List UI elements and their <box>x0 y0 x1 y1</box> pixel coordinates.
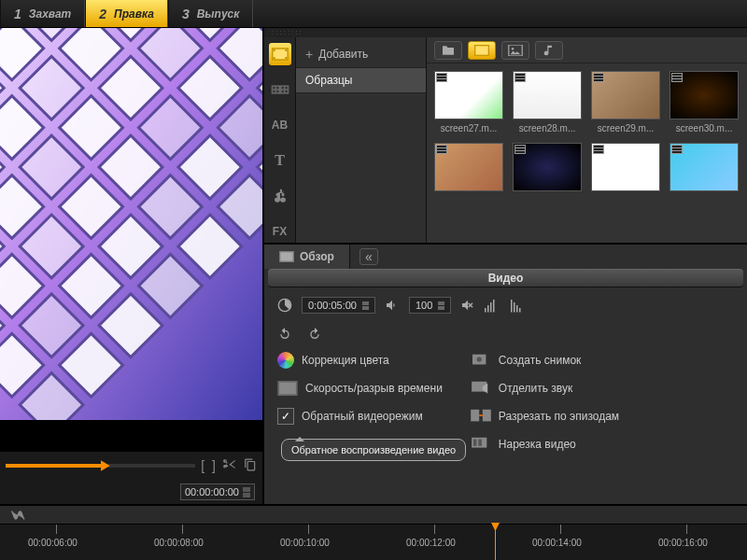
option-2[interactable]: ✓Обратный видеорежим <box>277 407 443 426</box>
option-r-3[interactable]: Нарезка видео <box>471 435 619 454</box>
svg-rect-72 <box>487 305 489 313</box>
svg-rect-63 <box>285 91 287 92</box>
thumbnail[interactable] <box>513 143 582 195</box>
tooltip: Обратное воспроизведение видео <box>281 439 466 461</box>
timeline-ruler[interactable]: 00:00:06:0000:00:08:0000:00:10:0000:00:1… <box>0 525 747 560</box>
thumbnail[interactable]: screen29.m... <box>591 71 660 133</box>
timeline-tick: 00:00:12:00 <box>434 525 456 560</box>
rotate-left-icon[interactable] <box>277 325 296 342</box>
svg-rect-69 <box>280 252 292 260</box>
timeline-icon <box>9 509 28 522</box>
filter-image-icon[interactable] <box>501 41 529 60</box>
library-fx-icon[interactable]: FX <box>269 220 291 243</box>
top-tab-bar: 1 Захват 2 Правка 3 Выпуск <box>0 0 747 28</box>
expand-panel-icon[interactable]: « <box>359 248 378 265</box>
thumbnail[interactable] <box>591 143 660 195</box>
svg-rect-59 <box>276 91 278 92</box>
tab-edit[interactable]: 2 Правка <box>85 0 168 27</box>
copy-icon[interactable] <box>244 458 257 473</box>
svg-rect-77 <box>516 305 518 313</box>
library-title-icon[interactable]: AB <box>269 114 291 136</box>
mute-icon[interactable] <box>460 298 475 313</box>
svg-rect-74 <box>493 300 495 313</box>
svg-rect-71 <box>485 308 486 313</box>
timeline-tick: 00:00:16:00 <box>686 525 708 560</box>
panel-tab-overview[interactable]: Обзор <box>264 245 350 269</box>
pane-grip[interactable]: :::::::: <box>264 28 747 37</box>
tab-export[interactable]: 3 Выпуск <box>168 0 253 27</box>
svg-rect-65 <box>475 46 487 54</box>
mark-out-icon[interactable]: ] <box>212 458 216 473</box>
thumbnail[interactable] <box>669 143 739 195</box>
tree-add[interactable]: + Добавить <box>296 41 426 68</box>
clock-icon <box>277 298 292 313</box>
timeline: 00:00:06:0000:00:08:0000:00:10:0000:00:1… <box>0 504 747 560</box>
timeline-tick: 00:00:08:00 <box>182 525 204 560</box>
preview-viewport[interactable] <box>0 28 262 452</box>
preview-timecode[interactable]: 00:00:00:00 <box>180 483 255 500</box>
filter-folder-icon[interactable] <box>434 41 462 60</box>
svg-rect-61 <box>285 87 287 89</box>
scrub-bar[interactable] <box>6 464 195 468</box>
option-0[interactable]: Коррекция цвета <box>277 351 443 370</box>
option-r-0[interactable]: Создать снимок <box>471 351 619 370</box>
timeline-tick: 00:00:14:00 <box>560 525 582 560</box>
panel-title: Видео <box>268 269 743 287</box>
svg-rect-56 <box>273 87 275 89</box>
svg-rect-62 <box>281 91 283 92</box>
mark-in-icon[interactable]: [ <box>201 458 204 473</box>
svg-rect-73 <box>490 302 492 313</box>
transport-bar: [ ] <box>0 452 262 480</box>
timeline-tick: 00:00:10:00 <box>308 525 330 560</box>
svg-rect-78 <box>519 308 521 313</box>
option-1[interactable]: Скорость/разрыв времени <box>277 379 443 398</box>
speaker-icon[interactable] <box>385 298 400 313</box>
library-graphic-icon[interactable] <box>269 185 291 207</box>
volume-input[interactable]: 100 <box>409 297 451 314</box>
svg-rect-58 <box>273 91 275 92</box>
svg-rect-57 <box>276 87 278 89</box>
library-filter-bar <box>427 37 747 63</box>
option-r-1[interactable]: Отделить звук <box>471 379 619 398</box>
library-text-icon[interactable]: T <box>269 149 291 172</box>
svg-rect-85 <box>483 410 491 422</box>
preview-pane: [ ] 00:00:00:00 <box>0 28 264 504</box>
plus-icon: + <box>305 47 313 62</box>
filter-audio-icon[interactable] <box>535 41 563 60</box>
library-category-strip: AB T FX <box>264 37 296 243</box>
overview-icon <box>279 251 294 262</box>
tab-capture[interactable]: 1 Захват <box>0 0 85 27</box>
svg-rect-55 <box>271 85 289 93</box>
thumbnail[interactable]: screen30.m... <box>669 71 739 133</box>
library-media-icon[interactable] <box>269 43 291 65</box>
svg-rect-84 <box>471 410 479 422</box>
library-transition-icon[interactable] <box>269 78 291 101</box>
filter-video-icon[interactable] <box>468 41 496 60</box>
svg-rect-52 <box>285 49 287 51</box>
timeline-tick: 00:00:06:00 <box>56 525 78 560</box>
option-r-2[interactable]: Разрезать по эпизодам <box>471 407 619 426</box>
duration-input[interactable]: 0:00:05:00 <box>302 297 375 314</box>
cut-icon[interactable] <box>223 458 236 473</box>
svg-rect-80 <box>279 383 296 394</box>
thumbnail[interactable]: screen28.m... <box>513 71 582 133</box>
timeline-header <box>0 506 747 525</box>
playhead[interactable] <box>495 525 496 560</box>
tree-templates[interactable]: Образцы <box>296 68 426 93</box>
svg-rect-75 <box>511 300 513 313</box>
thumbnail[interactable]: screen27.m... <box>434 71 503 133</box>
svg-rect-60 <box>281 87 283 89</box>
thumbnail[interactable] <box>434 143 503 195</box>
fade-in-icon[interactable] <box>485 298 501 313</box>
svg-point-67 <box>512 48 514 49</box>
svg-rect-54 <box>285 57 287 59</box>
svg-rect-88 <box>478 440 482 446</box>
svg-point-82 <box>476 357 481 361</box>
svg-rect-87 <box>473 440 477 446</box>
svg-rect-53 <box>273 57 275 59</box>
rotate-right-icon[interactable] <box>303 325 322 342</box>
library-tree: + Добавить Образцы <box>296 37 427 243</box>
fade-out-icon[interactable] <box>511 298 528 313</box>
svg-rect-76 <box>514 302 515 313</box>
options-panel: Обзор « Видео 0:00:05:00 100 <box>264 243 747 504</box>
